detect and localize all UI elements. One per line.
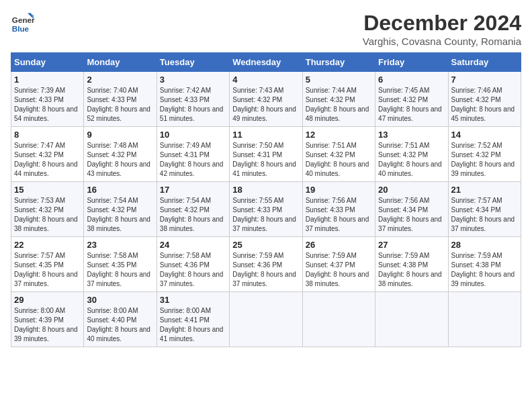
day-number: 22: [14, 240, 81, 250]
calendar-cell: 6Sunrise: 7:45 AMSunset: 4:32 PMDaylight…: [375, 72, 448, 127]
day-header-thursday: Thursday: [302, 53, 375, 72]
calendar-cell: 25Sunrise: 7:59 AMSunset: 4:36 PMDayligh…: [230, 237, 302, 292]
day-info: Sunrise: 7:42 AMSunset: 4:33 PMDaylight:…: [160, 87, 224, 122]
calendar-cell: 16Sunrise: 7:54 AMSunset: 4:32 PMDayligh…: [84, 182, 157, 237]
day-number: 17: [160, 185, 226, 195]
calendar-table: SundayMondayTuesdayWednesdayThursdayFrid…: [11, 52, 521, 347]
day-number: 25: [232, 240, 299, 250]
calendar-cell: 29Sunrise: 8:00 AMSunset: 4:39 PMDayligh…: [11, 292, 84, 347]
calendar-cell: 9Sunrise: 7:48 AMSunset: 4:32 PMDaylight…: [84, 127, 157, 182]
day-header-wednesday: Wednesday: [230, 53, 302, 72]
day-number: 8: [14, 130, 81, 140]
day-number: 21: [451, 185, 518, 195]
calendar-cell: 22Sunrise: 7:57 AMSunset: 4:35 PMDayligh…: [11, 237, 84, 292]
day-info: Sunrise: 7:53 AMSunset: 4:32 PMDaylight:…: [14, 197, 78, 232]
day-number: 10: [160, 130, 226, 140]
day-info: Sunrise: 7:54 AMSunset: 4:32 PMDaylight:…: [87, 197, 150, 232]
day-info: Sunrise: 7:39 AMSunset: 4:33 PMDaylight:…: [14, 87, 78, 122]
calendar-cell: [302, 292, 375, 347]
week-row-5: 29Sunrise: 8:00 AMSunset: 4:39 PMDayligh…: [11, 292, 521, 347]
day-info: Sunrise: 7:57 AMSunset: 4:34 PMDaylight:…: [451, 197, 515, 232]
day-info: Sunrise: 8:00 AMSunset: 4:40 PMDaylight:…: [87, 307, 150, 342]
logo: General Blue: [11, 11, 35, 35]
week-row-3: 15Sunrise: 7:53 AMSunset: 4:32 PMDayligh…: [11, 182, 521, 237]
title-section: December 2024 Varghis, Covasna County, R…: [363, 11, 521, 47]
week-row-1: 1Sunrise: 7:39 AMSunset: 4:33 PMDaylight…: [11, 72, 521, 127]
day-number: 14: [451, 130, 518, 140]
calendar-cell: 1Sunrise: 7:39 AMSunset: 4:33 PMDaylight…: [11, 72, 84, 127]
day-info: Sunrise: 7:49 AMSunset: 4:31 PMDaylight:…: [160, 142, 224, 177]
calendar-cell: 23Sunrise: 7:58 AMSunset: 4:35 PMDayligh…: [84, 237, 157, 292]
day-info: Sunrise: 7:56 AMSunset: 4:33 PMDaylight:…: [306, 197, 369, 232]
calendar-cell: 10Sunrise: 7:49 AMSunset: 4:31 PMDayligh…: [157, 127, 229, 182]
day-info: Sunrise: 7:46 AMSunset: 4:32 PMDaylight:…: [451, 87, 515, 122]
day-info: Sunrise: 7:57 AMSunset: 4:35 PMDaylight:…: [14, 252, 78, 287]
calendar-cell: 15Sunrise: 7:53 AMSunset: 4:32 PMDayligh…: [11, 182, 84, 237]
days-header-row: SundayMondayTuesdayWednesdayThursdayFrid…: [11, 53, 521, 72]
main-title: December 2024: [363, 11, 521, 36]
calendar-cell: 5Sunrise: 7:44 AMSunset: 4:32 PMDaylight…: [302, 72, 375, 127]
day-info: Sunrise: 7:40 AMSunset: 4:33 PMDaylight:…: [87, 87, 150, 122]
day-number: 11: [232, 130, 299, 140]
logo-icon: General Blue: [11, 11, 35, 35]
calendar-cell: 3Sunrise: 7:42 AMSunset: 4:33 PMDaylight…: [157, 72, 229, 127]
day-header-friday: Friday: [375, 53, 448, 72]
day-number: 1: [14, 75, 81, 85]
calendar-cell: 2Sunrise: 7:40 AMSunset: 4:33 PMDaylight…: [84, 72, 157, 127]
day-info: Sunrise: 7:50 AMSunset: 4:31 PMDaylight:…: [232, 142, 296, 177]
day-info: Sunrise: 7:45 AMSunset: 4:32 PMDaylight:…: [378, 87, 442, 122]
calendar-cell: 11Sunrise: 7:50 AMSunset: 4:31 PMDayligh…: [230, 127, 302, 182]
calendar-cell: 24Sunrise: 7:58 AMSunset: 4:36 PMDayligh…: [157, 237, 229, 292]
day-number: 15: [14, 185, 81, 195]
day-number: 23: [87, 240, 153, 250]
calendar-cell: [448, 292, 521, 347]
calendar-cell: 20Sunrise: 7:56 AMSunset: 4:34 PMDayligh…: [375, 182, 448, 237]
calendar-cell: 12Sunrise: 7:51 AMSunset: 4:32 PMDayligh…: [302, 127, 375, 182]
day-number: 7: [451, 75, 518, 85]
day-number: 28: [451, 240, 518, 250]
day-info: Sunrise: 7:59 AMSunset: 4:37 PMDaylight:…: [306, 252, 369, 287]
day-number: 18: [232, 185, 299, 195]
day-info: Sunrise: 7:52 AMSunset: 4:32 PMDaylight:…: [451, 142, 515, 177]
day-info: Sunrise: 7:43 AMSunset: 4:32 PMDaylight:…: [232, 87, 296, 122]
day-info: Sunrise: 7:48 AMSunset: 4:32 PMDaylight:…: [87, 142, 150, 177]
day-info: Sunrise: 7:59 AMSunset: 4:38 PMDaylight:…: [451, 252, 515, 287]
day-number: 30: [87, 295, 153, 305]
day-header-saturday: Saturday: [448, 53, 521, 72]
day-info: Sunrise: 7:59 AMSunset: 4:38 PMDaylight:…: [378, 252, 442, 287]
calendar-cell: 19Sunrise: 7:56 AMSunset: 4:33 PMDayligh…: [302, 182, 375, 237]
day-info: Sunrise: 7:51 AMSunset: 4:32 PMDaylight:…: [378, 142, 442, 177]
calendar-cell: 7Sunrise: 7:46 AMSunset: 4:32 PMDaylight…: [448, 72, 521, 127]
calendar-cell: 21Sunrise: 7:57 AMSunset: 4:34 PMDayligh…: [448, 182, 521, 237]
calendar-cell: 17Sunrise: 7:54 AMSunset: 4:32 PMDayligh…: [157, 182, 229, 237]
calendar-cell: 30Sunrise: 8:00 AMSunset: 4:40 PMDayligh…: [84, 292, 157, 347]
day-number: 13: [378, 130, 445, 140]
week-row-4: 22Sunrise: 7:57 AMSunset: 4:35 PMDayligh…: [11, 237, 521, 292]
day-number: 5: [306, 75, 372, 85]
day-info: Sunrise: 7:44 AMSunset: 4:32 PMDaylight:…: [306, 87, 369, 122]
day-info: Sunrise: 7:58 AMSunset: 4:36 PMDaylight:…: [160, 252, 224, 287]
day-info: Sunrise: 7:58 AMSunset: 4:35 PMDaylight:…: [87, 252, 150, 287]
calendar-cell: 13Sunrise: 7:51 AMSunset: 4:32 PMDayligh…: [375, 127, 448, 182]
day-info: Sunrise: 8:00 AMSunset: 4:41 PMDaylight:…: [160, 307, 224, 342]
day-number: 9: [87, 130, 153, 140]
calendar-cell: 14Sunrise: 7:52 AMSunset: 4:32 PMDayligh…: [448, 127, 521, 182]
subtitle: Varghis, Covasna County, Romania: [363, 36, 521, 47]
day-info: Sunrise: 7:55 AMSunset: 4:33 PMDaylight:…: [232, 197, 296, 232]
day-number: 12: [306, 130, 372, 140]
day-info: Sunrise: 7:54 AMSunset: 4:32 PMDaylight:…: [160, 197, 224, 232]
calendar-cell: 26Sunrise: 7:59 AMSunset: 4:37 PMDayligh…: [302, 237, 375, 292]
day-header-tuesday: Tuesday: [157, 53, 229, 72]
calendar-cell: 27Sunrise: 7:59 AMSunset: 4:38 PMDayligh…: [375, 237, 448, 292]
calendar-cell: [375, 292, 448, 347]
day-info: Sunrise: 7:56 AMSunset: 4:34 PMDaylight:…: [378, 197, 442, 232]
calendar-cell: [230, 292, 302, 347]
day-number: 31: [160, 295, 226, 305]
day-info: Sunrise: 7:59 AMSunset: 4:36 PMDaylight:…: [232, 252, 296, 287]
day-number: 2: [87, 75, 153, 85]
calendar-cell: 4Sunrise: 7:43 AMSunset: 4:32 PMDaylight…: [230, 72, 302, 127]
day-number: 29: [14, 295, 81, 305]
day-number: 16: [87, 185, 153, 195]
calendar-cell: 31Sunrise: 8:00 AMSunset: 4:41 PMDayligh…: [157, 292, 229, 347]
day-number: 6: [378, 75, 445, 85]
